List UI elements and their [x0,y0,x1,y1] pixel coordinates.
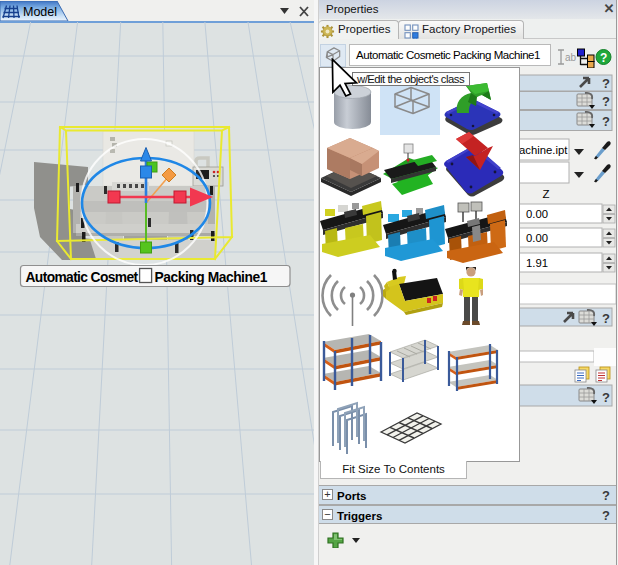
svg-text:Model: Model [23,5,57,19]
svg-text:Z: Z [543,188,550,200]
svg-text:?: ? [602,114,610,129]
svg-text:?: ? [602,390,610,405]
svg-text:Automatic Cosmet: Automatic Cosmet [26,270,139,285]
svg-text:?: ? [602,311,610,326]
svg-text:?: ? [602,94,610,109]
svg-text:achine.ipt: achine.ipt [519,144,568,156]
svg-text:0.00: 0.00 [526,232,548,244]
svg-text:Packing Machine1: Packing Machine1 [155,270,268,285]
svg-text:1.91: 1.91 [526,257,548,269]
svg-text:?: ? [600,51,607,65]
svg-text:ab: ab [565,52,577,63]
svg-text:?: ? [602,76,610,91]
svg-text:0.00: 0.00 [526,208,548,220]
